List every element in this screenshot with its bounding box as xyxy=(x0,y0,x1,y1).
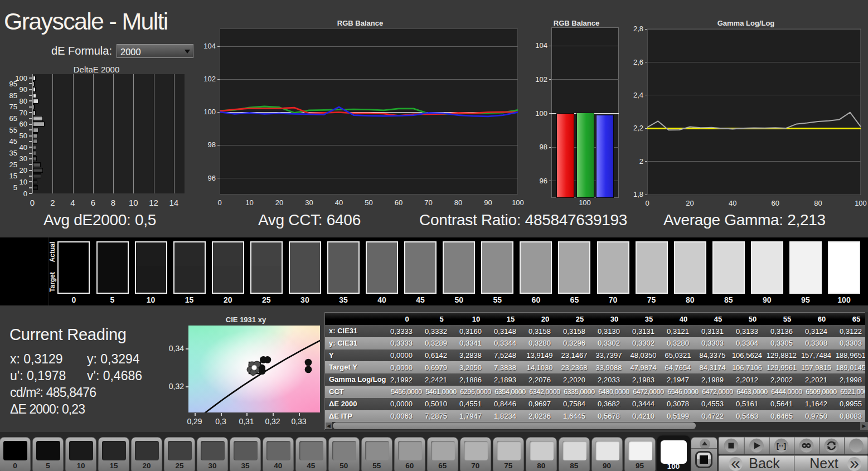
svg-text:[··]: [··] xyxy=(777,441,786,450)
